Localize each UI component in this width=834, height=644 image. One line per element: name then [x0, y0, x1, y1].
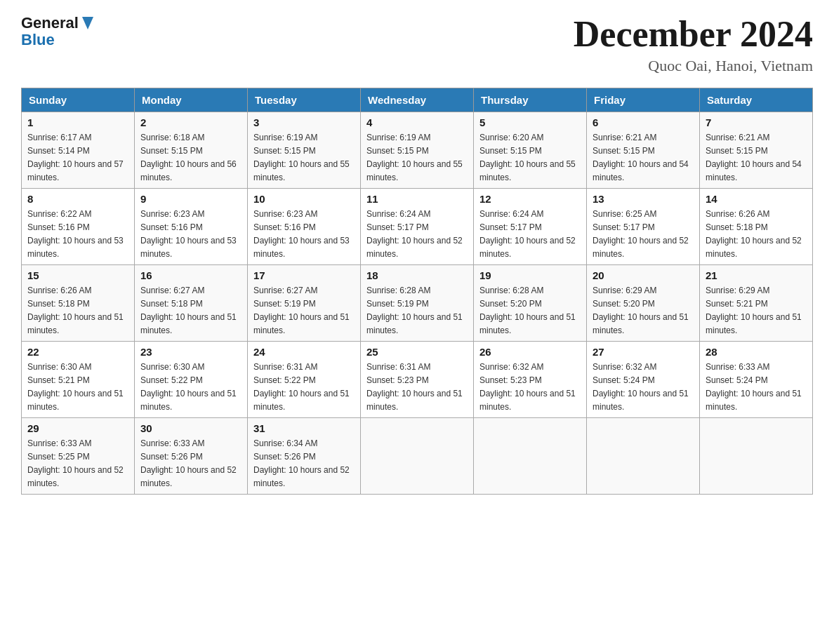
calendar-cell	[361, 418, 474, 495]
calendar-cell: 26 Sunrise: 6:32 AMSunset: 5:23 PMDaylig…	[474, 342, 587, 418]
day-number: 7	[706, 116, 807, 128]
day-number: 9	[140, 193, 241, 205]
calendar-cell: 28 Sunrise: 6:33 AMSunset: 5:24 PMDaylig…	[700, 342, 813, 418]
day-info: Sunrise: 6:26 AMSunset: 5:18 PMDaylight:…	[27, 286, 124, 335]
day-info: Sunrise: 6:33 AMSunset: 5:25 PMDaylight:…	[27, 438, 124, 488]
day-number: 4	[366, 116, 468, 128]
day-info: Sunrise: 6:18 AMSunset: 5:15 PMDaylight:…	[140, 133, 237, 182]
day-number: 13	[593, 193, 694, 205]
day-info: Sunrise: 6:19 AMSunset: 5:15 PMDaylight:…	[366, 133, 463, 182]
calendar-cell: 25 Sunrise: 6:31 AMSunset: 5:23 PMDaylig…	[361, 342, 474, 418]
day-number: 19	[479, 269, 581, 281]
day-info: Sunrise: 6:24 AMSunset: 5:17 PMDaylight:…	[479, 209, 576, 259]
day-number: 17	[253, 269, 355, 281]
day-number: 11	[366, 193, 468, 205]
day-info: Sunrise: 6:19 AMSunset: 5:15 PMDaylight:…	[253, 133, 350, 182]
col-thursday: Thursday	[474, 88, 587, 112]
day-info: Sunrise: 6:33 AMSunset: 5:24 PMDaylight:…	[706, 362, 802, 412]
calendar-cell: 3 Sunrise: 6:19 AMSunset: 5:15 PMDayligh…	[248, 112, 361, 189]
calendar-week-2: 8 Sunrise: 6:22 AMSunset: 5:16 PMDayligh…	[22, 189, 813, 265]
calendar-cell: 11 Sunrise: 6:24 AMSunset: 5:17 PMDaylig…	[361, 189, 474, 265]
calendar-cell: 21 Sunrise: 6:29 AMSunset: 5:21 PMDaylig…	[700, 265, 813, 342]
calendar-cell: 22 Sunrise: 6:30 AMSunset: 5:21 PMDaylig…	[22, 342, 135, 418]
logo-blue: Blue	[21, 31, 55, 49]
day-number: 20	[593, 269, 694, 281]
calendar-cell: 5 Sunrise: 6:20 AMSunset: 5:15 PMDayligh…	[474, 112, 587, 189]
day-number: 25	[366, 346, 468, 358]
calendar-cell	[587, 418, 700, 495]
day-info: Sunrise: 6:34 AMSunset: 5:26 PMDaylight:…	[253, 438, 350, 488]
calendar-week-5: 29 Sunrise: 6:33 AMSunset: 5:25 PMDaylig…	[22, 418, 813, 495]
day-number: 5	[479, 116, 581, 128]
day-info: Sunrise: 6:32 AMSunset: 5:23 PMDaylight:…	[479, 362, 576, 412]
calendar-cell: 12 Sunrise: 6:24 AMSunset: 5:17 PMDaylig…	[474, 189, 587, 265]
day-number: 16	[140, 269, 241, 281]
day-number: 14	[706, 193, 807, 205]
calendar-cell: 4 Sunrise: 6:19 AMSunset: 5:15 PMDayligh…	[361, 112, 474, 189]
day-info: Sunrise: 6:29 AMSunset: 5:20 PMDaylight:…	[593, 286, 689, 335]
day-info: Sunrise: 6:30 AMSunset: 5:22 PMDaylight:…	[140, 362, 237, 412]
calendar-cell: 27 Sunrise: 6:32 AMSunset: 5:24 PMDaylig…	[587, 342, 700, 418]
page-header: General Blue December 2024 Quoc Oai, Han…	[21, 14, 813, 75]
logo: General Blue	[21, 14, 95, 49]
day-number: 1	[27, 116, 128, 128]
day-number: 29	[27, 422, 128, 434]
day-number: 10	[253, 193, 355, 205]
day-info: Sunrise: 6:33 AMSunset: 5:26 PMDaylight:…	[140, 438, 237, 488]
svg-marker-0	[82, 17, 93, 29]
calendar-cell: 1 Sunrise: 6:17 AMSunset: 5:14 PMDayligh…	[22, 112, 135, 189]
day-number: 31	[253, 422, 355, 434]
calendar-cell: 10 Sunrise: 6:23 AMSunset: 5:16 PMDaylig…	[248, 189, 361, 265]
day-info: Sunrise: 6:30 AMSunset: 5:21 PMDaylight:…	[27, 362, 124, 412]
calendar-cell: 9 Sunrise: 6:23 AMSunset: 5:16 PMDayligh…	[135, 189, 248, 265]
calendar-cell	[700, 418, 813, 495]
col-wednesday: Wednesday	[361, 88, 474, 112]
col-monday: Monday	[135, 88, 248, 112]
day-info: Sunrise: 6:21 AMSunset: 5:15 PMDaylight:…	[593, 133, 689, 182]
logo-icon	[80, 15, 95, 31]
day-number: 24	[253, 346, 355, 358]
calendar-cell: 8 Sunrise: 6:22 AMSunset: 5:16 PMDayligh…	[22, 189, 135, 265]
day-info: Sunrise: 6:28 AMSunset: 5:19 PMDaylight:…	[366, 286, 463, 335]
calendar-cell	[474, 418, 587, 495]
month-title: December 2024	[574, 14, 813, 54]
day-info: Sunrise: 6:29 AMSunset: 5:21 PMDaylight:…	[706, 286, 802, 335]
day-number: 18	[366, 269, 468, 281]
calendar-cell: 15 Sunrise: 6:26 AMSunset: 5:18 PMDaylig…	[22, 265, 135, 342]
day-info: Sunrise: 6:20 AMSunset: 5:15 PMDaylight:…	[479, 133, 576, 182]
day-number: 23	[140, 346, 241, 358]
calendar-cell: 19 Sunrise: 6:28 AMSunset: 5:20 PMDaylig…	[474, 265, 587, 342]
calendar-cell: 17 Sunrise: 6:27 AMSunset: 5:19 PMDaylig…	[248, 265, 361, 342]
col-friday: Friday	[587, 88, 700, 112]
day-number: 30	[140, 422, 241, 434]
calendar-header-row: Sunday Monday Tuesday Wednesday Thursday…	[22, 88, 813, 112]
day-info: Sunrise: 6:22 AMSunset: 5:16 PMDaylight:…	[27, 209, 124, 259]
logo-general: General	[21, 14, 79, 32]
day-number: 3	[253, 116, 355, 128]
calendar-cell: 2 Sunrise: 6:18 AMSunset: 5:15 PMDayligh…	[135, 112, 248, 189]
calendar-week-4: 22 Sunrise: 6:30 AMSunset: 5:21 PMDaylig…	[22, 342, 813, 418]
calendar-week-1: 1 Sunrise: 6:17 AMSunset: 5:14 PMDayligh…	[22, 112, 813, 189]
calendar-cell: 18 Sunrise: 6:28 AMSunset: 5:19 PMDaylig…	[361, 265, 474, 342]
day-info: Sunrise: 6:27 AMSunset: 5:19 PMDaylight:…	[253, 286, 350, 335]
day-info: Sunrise: 6:23 AMSunset: 5:16 PMDaylight:…	[253, 209, 350, 259]
day-number: 12	[479, 193, 581, 205]
day-number: 2	[140, 116, 241, 128]
day-info: Sunrise: 6:31 AMSunset: 5:22 PMDaylight:…	[253, 362, 350, 412]
day-info: Sunrise: 6:28 AMSunset: 5:20 PMDaylight:…	[479, 286, 576, 335]
day-info: Sunrise: 6:21 AMSunset: 5:15 PMDaylight:…	[706, 133, 802, 182]
calendar-cell: 14 Sunrise: 6:26 AMSunset: 5:18 PMDaylig…	[700, 189, 813, 265]
calendar-cell: 16 Sunrise: 6:27 AMSunset: 5:18 PMDaylig…	[135, 265, 248, 342]
day-info: Sunrise: 6:31 AMSunset: 5:23 PMDaylight:…	[366, 362, 463, 412]
title-block: December 2024 Quoc Oai, Hanoi, Vietnam	[574, 14, 813, 75]
day-number: 21	[706, 269, 807, 281]
calendar-table: Sunday Monday Tuesday Wednesday Thursday…	[21, 88, 813, 495]
day-number: 27	[593, 346, 694, 358]
col-tuesday: Tuesday	[248, 88, 361, 112]
col-sunday: Sunday	[22, 88, 135, 112]
day-info: Sunrise: 6:32 AMSunset: 5:24 PMDaylight:…	[593, 362, 689, 412]
calendar-cell: 31 Sunrise: 6:34 AMSunset: 5:26 PMDaylig…	[248, 418, 361, 495]
day-info: Sunrise: 6:26 AMSunset: 5:18 PMDaylight:…	[706, 209, 802, 259]
day-info: Sunrise: 6:17 AMSunset: 5:14 PMDaylight:…	[27, 133, 124, 182]
calendar-cell: 20 Sunrise: 6:29 AMSunset: 5:20 PMDaylig…	[587, 265, 700, 342]
